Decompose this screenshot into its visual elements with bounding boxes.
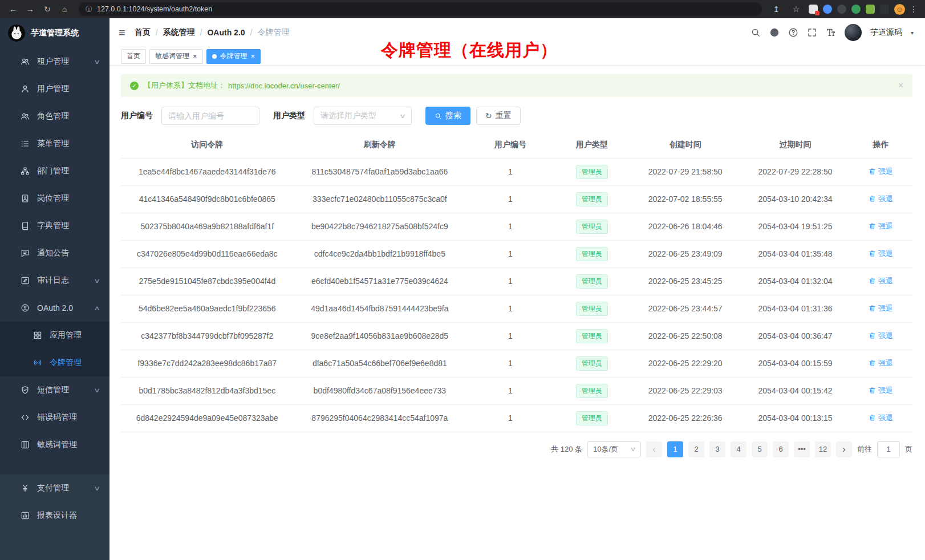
sidebar-item-error-code[interactable]: 错误码管理	[0, 404, 109, 431]
page-size-select[interactable]: 10条/页 ∨	[587, 441, 641, 457]
reload-icon[interactable]: ↻	[40, 2, 55, 16]
user-type-badge: 管理员	[576, 384, 608, 398]
breadcrumb-separator: /	[200, 28, 202, 37]
breadcrumb-item: 令牌管理	[257, 27, 289, 38]
forward-icon[interactable]: →	[23, 2, 38, 16]
access-token-cell: c342377bf8b344799dcbf7bf095287f2	[121, 322, 294, 350]
page-button-1[interactable]: 1	[667, 441, 683, 457]
fullscreen-icon[interactable]	[807, 27, 817, 38]
user-type-badge: 管理员	[576, 302, 608, 316]
force-logout-button[interactable]: 强退	[869, 221, 893, 232]
username[interactable]: 芋道源码	[870, 27, 902, 38]
expire-time-cell: 2054-03-04 00:15:42	[741, 377, 849, 404]
sidebar-item-audit-log[interactable]: 审计日志∨	[0, 267, 109, 294]
close-icon[interactable]: ×	[251, 52, 255, 60]
extension-icon[interactable]	[851, 5, 861, 14]
page-button-5[interactable]: 5	[752, 441, 768, 457]
sidebar-item-notice[interactable]: 通知公告	[0, 240, 109, 267]
breadcrumb-item[interactable]: OAuth 2.0	[207, 28, 245, 37]
force-logout-button[interactable]: 强退	[869, 331, 893, 341]
address-bar[interactable]: ⓘ 127.0.0.1:1024/system/oauth2/token	[79, 2, 762, 16]
tab-token[interactable]: 令牌管理×	[206, 49, 261, 64]
force-logout-button[interactable]: 强退	[869, 167, 893, 177]
tab-sensitive-word[interactable]: 敏感词管理×	[149, 49, 203, 64]
more-menu-icon[interactable]: ⋮	[910, 2, 917, 16]
sidebar-item-menu[interactable]: 菜单管理	[0, 130, 109, 157]
breadcrumb-item[interactable]: 系统管理	[163, 27, 195, 38]
sidebar-item-dept[interactable]: 部门管理	[0, 157, 109, 185]
access-token-cell: 41c41346a548490f9dc8b01c6bfe0865	[121, 185, 294, 213]
force-logout-button[interactable]: 强退	[869, 358, 893, 368]
sidebar-item-oauth2-app[interactable]: 应用管理	[0, 322, 109, 349]
action-cell: 强退	[849, 322, 912, 350]
bookmark-star-icon[interactable]: ☆	[789, 2, 804, 16]
close-icon[interactable]: ×	[898, 80, 903, 91]
github-icon[interactable]	[769, 27, 780, 38]
access-token-cell: 54d6be82ee5a460a9aedc1f9bf223656	[121, 295, 294, 322]
tags-view: 首页敏感词管理×令牌管理×	[109, 47, 925, 66]
collapse-sidebar-icon[interactable]: ≡	[119, 27, 125, 38]
font-size-icon[interactable]	[826, 27, 836, 38]
reset-button[interactable]: ↻ 重置	[476, 107, 521, 125]
help-icon[interactable]	[788, 27, 798, 38]
user-avatar[interactable]	[845, 24, 862, 41]
search-icon[interactable]	[750, 27, 761, 38]
home-icon[interactable]: ⌂	[57, 2, 72, 16]
sidebar-item-post[interactable]: 岗位管理	[0, 185, 109, 212]
token-table-container: 访问令牌刷新令牌用户编号用户类型创建时间过期时间操作 1ea5e44f8bc14…	[121, 132, 912, 432]
tab-home[interactable]: 首页	[121, 49, 146, 64]
force-logout-button[interactable]: 强退	[869, 249, 893, 259]
page-button-12[interactable]: 12	[815, 441, 831, 457]
doc-link[interactable]: https://doc.iocoder.cn/user-center/	[228, 82, 340, 90]
page-button-2[interactable]: 2	[688, 441, 704, 457]
profile-avatar-icon[interactable]: ☺	[894, 4, 905, 15]
site-info-icon[interactable]: ⓘ	[86, 5, 92, 14]
caret-down-icon[interactable]: ▾	[911, 30, 914, 36]
extension-icon[interactable]	[837, 5, 846, 14]
sidebar-item-sensitive-word[interactable]: 敏感词管理	[0, 431, 109, 458]
extension-icon[interactable]	[809, 5, 818, 14]
sidebar-item-oauth2-token[interactable]: 令牌管理	[0, 349, 109, 376]
page-button-3[interactable]: 3	[709, 441, 725, 457]
breadcrumb-item[interactable]: 首页	[135, 27, 151, 38]
token-signal-icon	[33, 358, 42, 367]
sidebar-item-role[interactable]: 角色管理	[0, 103, 109, 130]
sidebar-item-user[interactable]: 用户管理	[0, 75, 109, 103]
extension-icon[interactable]	[880, 5, 889, 14]
notice-icon	[21, 249, 30, 258]
force-logout-button[interactable]: 强退	[869, 194, 893, 204]
search-button[interactable]: 搜索	[425, 107, 470, 125]
column-header: 用户编号	[466, 132, 554, 158]
app-logo[interactable]: 芋道管理系统	[0, 18, 109, 48]
force-logout-button[interactable]: 强退	[869, 413, 893, 423]
navbar-icon-group	[750, 27, 836, 38]
refresh-token-cell: cdfc4ce9c2da4bb1bdf21b9918ff4be5	[294, 240, 466, 267]
user-id-input[interactable]	[161, 107, 259, 125]
next-page-button[interactable]: ›	[836, 441, 852, 457]
expire-time-cell: 2054-03-04 19:51:25	[741, 213, 849, 240]
page-button-6[interactable]: 6	[773, 441, 789, 457]
sidebar-item-oauth2[interactable]: OAuth 2.0∧	[0, 294, 109, 322]
sidebar-item-pay[interactable]: 支付管理∨	[0, 474, 109, 502]
sidebar-item-tenant[interactable]: 租户管理∨	[0, 48, 109, 75]
force-logout-button[interactable]: 强退	[869, 303, 893, 314]
puzzle-extension-icon[interactable]	[866, 5, 875, 14]
refresh-token-cell: be90422b8c7946218275a508bf524fc9	[294, 213, 466, 240]
sidebar-item-sms[interactable]: 短信管理∨	[0, 376, 109, 404]
goto-page-input[interactable]	[877, 441, 900, 457]
user-type-select[interactable]: 请选择用户类型 ∨	[314, 107, 412, 125]
close-icon[interactable]: ×	[193, 52, 197, 60]
extension-icon[interactable]	[823, 5, 832, 14]
sidebar-item-report[interactable]: 报表设计器	[0, 502, 109, 529]
sidebar-item-dict[interactable]: 字典管理	[0, 212, 109, 240]
prev-page-button[interactable]: ‹	[646, 441, 662, 457]
force-logout-button[interactable]: 强退	[869, 385, 893, 396]
force-logout-button[interactable]: 强退	[869, 276, 893, 286]
share-icon[interactable]: ↥	[769, 2, 784, 16]
back-icon[interactable]: ←	[6, 2, 21, 16]
more-pages-button[interactable]: •••	[794, 441, 810, 457]
users-icon	[21, 112, 30, 121]
trash-icon	[869, 305, 876, 312]
page-button-4[interactable]: 4	[731, 441, 747, 457]
url-text: 127.0.0.1:1024/system/oauth2/token	[97, 5, 212, 13]
